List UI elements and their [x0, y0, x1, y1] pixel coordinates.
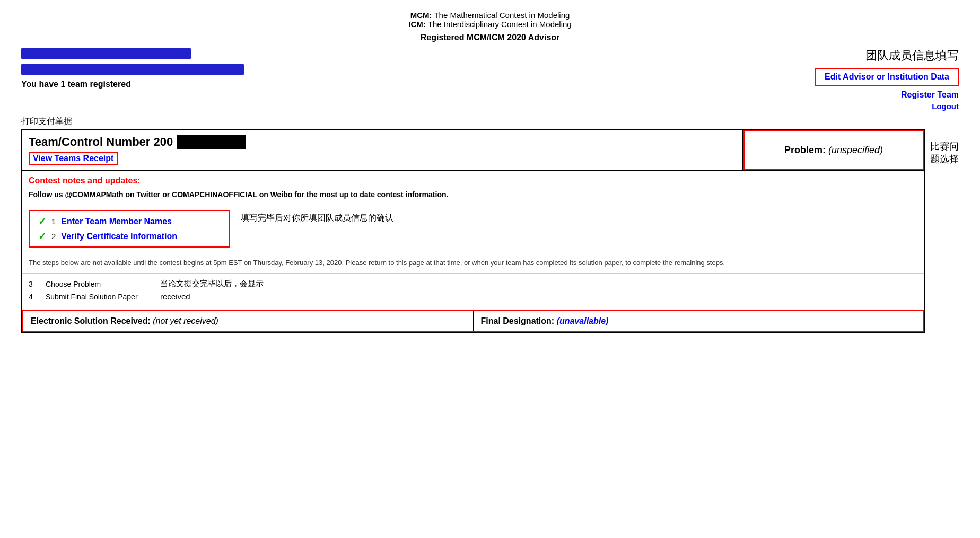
side-note-line1: 比赛问	[930, 140, 959, 153]
top-right: 团队成员信息填写 Edit Advisor or Institution Dat…	[815, 48, 959, 111]
step-4-num: 4	[29, 293, 37, 301]
top-row: You have 1 team registered 团队成员信息填写 Edit…	[21, 48, 959, 111]
side-note: 比赛问 题选择	[925, 129, 959, 165]
main-table: Team/Control Number 200 View Teams Recei…	[21, 129, 925, 333]
footer-right: Final Designation: (unavailable)	[474, 311, 923, 331]
registered-title: Registered MCM/ICM 2020 Advisor	[21, 33, 959, 42]
footer-right-value: (unavailable)	[557, 316, 609, 325]
problem-value: (unspecified)	[828, 145, 883, 156]
step-2-check: ✓	[38, 231, 46, 242]
team-control-label: Team/Control Number 200	[29, 135, 173, 149]
contest-notes-section: Contest notes and updates: Follow us @CO…	[22, 171, 924, 206]
icm-desc: The Interdisciplinary Contest in Modelin…	[428, 20, 572, 29]
step-3-num: 3	[29, 280, 37, 288]
step-3-row: 3 Choose Problem 当论文提交完毕以后，会显示	[29, 279, 917, 289]
team-control-number: Team/Control Number 200	[29, 135, 736, 149]
footer-right-label: Final Designation:	[481, 316, 555, 325]
mcm-line: MCM: The Mathematical Contest in Modelin…	[21, 11, 959, 20]
side-note-line2: 题选择	[930, 153, 959, 165]
mcm-desc: The Mathematical Contest in Modeling	[434, 11, 570, 20]
icm-line: ICM: The Interdisciplinary Contest in Mo…	[21, 20, 959, 29]
footer-left: Electronic Solution Received: (not yet r…	[23, 311, 474, 331]
follow-us-text: Follow us @COMMAPMath on Twitter or COMA…	[29, 190, 917, 200]
edit-advisor-button[interactable]: Edit Advisor or Institution Data	[815, 68, 959, 86]
step-2-link[interactable]: Verify Certificate Information	[61, 232, 177, 241]
unavailable-section: The steps below are not available until …	[22, 252, 924, 274]
remaining-steps-section: 3 Choose Problem 当论文提交完毕以后，会显示 4 Submit …	[22, 274, 924, 310]
logout-link[interactable]: Logout	[932, 102, 959, 111]
view-teams-receipt-link[interactable]: View Teams Receipt	[29, 152, 118, 165]
chinese-title: 团队成员信息填写	[865, 48, 959, 64]
unavailable-text: The steps below are not available until …	[29, 258, 917, 268]
redacted-bar-1	[21, 48, 191, 59]
step-4-row: 4 Submit Final Solution Paper received	[29, 292, 917, 301]
icm-label: ICM:	[408, 20, 426, 29]
page-container: MCM: The Mathematical Contest in Modelin…	[0, 0, 980, 538]
step-3-label: Choose Problem	[46, 280, 152, 288]
footer-row: Electronic Solution Received: (not yet r…	[22, 310, 924, 332]
problem-cell: Problem: (unspecified)	[743, 130, 924, 170]
step-1-num: 1	[51, 217, 56, 226]
footer-left-value: (not yet received)	[153, 316, 218, 325]
step-3-extra: 当论文提交完毕以后，会显示	[160, 279, 264, 289]
step-2-num: 2	[51, 232, 56, 241]
steps-box: ✓ 1 Enter Team Member Names ✓ 2 Verify C…	[29, 210, 230, 248]
team-registered-text: You have 1 team registered	[21, 80, 244, 89]
header-section: MCM: The Mathematical Contest in Modelin…	[21, 11, 959, 42]
mcm-label: MCM:	[410, 11, 432, 20]
team-number-redacted	[177, 135, 246, 149]
step-1: ✓ 1 Enter Team Member Names	[38, 216, 221, 227]
chinese-confirm: 填写完毕后对你所填团队成员信息的确认	[241, 210, 393, 224]
team-control-cell: Team/Control Number 200 View Teams Recei…	[22, 130, 743, 170]
problem-label: Problem:	[784, 145, 826, 156]
table-header-row: Team/Control Number 200 View Teams Recei…	[22, 130, 924, 171]
steps-section: ✓ 1 Enter Team Member Names ✓ 2 Verify C…	[22, 206, 924, 252]
step-1-link[interactable]: Enter Team Member Names	[61, 217, 172, 226]
print-label: 打印支付单据	[21, 116, 959, 127]
step-1-check: ✓	[38, 216, 46, 227]
contest-notes-title: Contest notes and updates:	[29, 176, 917, 186]
top-left: You have 1 team registered	[21, 48, 244, 89]
step-2: ✓ 2 Verify Certificate Information	[38, 231, 221, 242]
register-team-link[interactable]: Register Team	[901, 90, 959, 100]
footer-left-label: Electronic Solution Received:	[31, 316, 151, 325]
step-4-extra: received	[160, 292, 190, 301]
right-links: Register Team Logout	[901, 90, 959, 111]
redacted-bar-2	[21, 64, 244, 75]
step-4-label: Submit Final Solution Paper	[46, 293, 152, 301]
